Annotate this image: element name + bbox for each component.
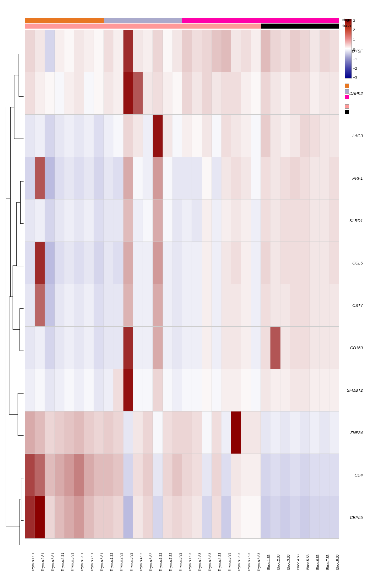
heatmap-cell-PRF1-13 bbox=[153, 157, 162, 199]
heatmap-cell-CEP55-15 bbox=[172, 496, 182, 538]
heatmap-cell-CD4-25 bbox=[270, 454, 280, 496]
heatmap-row-PRF1 bbox=[25, 157, 339, 199]
col-label-22: Thymus.7.S3 bbox=[241, 540, 251, 584]
heatmap-cell-SFMBT2-7 bbox=[94, 369, 104, 411]
heatmap-cell-KLRD1-13 bbox=[153, 199, 162, 242]
heatmap-cell-DYSF-0 bbox=[25, 30, 35, 72]
heatmap-cell-CD160-3 bbox=[55, 327, 64, 369]
heatmap-cell-CD4-29 bbox=[310, 454, 319, 496]
heatmap-cell-CEP55-5 bbox=[74, 496, 84, 538]
heatmap-cell-CST7-12 bbox=[143, 284, 153, 326]
heatmap-cell-CD160-17 bbox=[192, 327, 202, 369]
heatmap-cell-PRF1-19 bbox=[212, 157, 221, 199]
heatmap-cell-CCL5-16 bbox=[182, 242, 192, 284]
col-label-5: Thymus.6.S1 bbox=[74, 540, 84, 584]
heatmap-cell-KLRD1-15 bbox=[172, 199, 182, 242]
heatmap-cell-DAPK2-17 bbox=[192, 72, 202, 114]
heatmap-cell-SFMBT2-5 bbox=[74, 369, 84, 411]
tissue-thymus-color bbox=[345, 104, 349, 109]
heatmap-cell-ZNF34-20 bbox=[221, 411, 231, 454]
heatmap-cell-CEP55-28 bbox=[300, 496, 310, 538]
heatmap-cell-PRF1-0 bbox=[25, 157, 35, 199]
heatmap-row-wrapper-DAPK2: DAPK2 bbox=[25, 72, 339, 115]
heatmap-cell-PRF1-23 bbox=[251, 157, 261, 199]
heatmap-cell-CEP55-16 bbox=[182, 496, 192, 538]
heatmap-cell-CST7-5 bbox=[74, 284, 84, 326]
heatmap-cell-ZNF34-29 bbox=[310, 411, 319, 454]
heatmap-cell-CD160-10 bbox=[123, 327, 133, 369]
heatmap-cell-CCL5-14 bbox=[163, 242, 172, 284]
heatmap-cell-CD160-24 bbox=[261, 327, 270, 369]
heatmap-cell-ZNF34-19 bbox=[212, 411, 221, 454]
heatmap-cell-SFMBT2-0 bbox=[25, 369, 35, 411]
heatmap-cell-DYSF-15 bbox=[172, 30, 182, 72]
heatmap-cell-DYSF-14 bbox=[163, 30, 172, 72]
gene-label-ZNF34: ZNF34 bbox=[350, 430, 363, 435]
heatmap-cell-DYSF-3 bbox=[55, 30, 64, 72]
scale-tick-1: 1 bbox=[353, 38, 355, 41]
gene-label-CCL5: CCL5 bbox=[352, 261, 363, 265]
gene-label-PRF1: PRF1 bbox=[352, 176, 363, 181]
heatmap-cell-PRF1-31 bbox=[329, 157, 339, 199]
heatmap-cell-DYSF-10 bbox=[123, 30, 133, 72]
heatmap-cell-SFMBT2-2 bbox=[45, 369, 55, 411]
heatmap-cell-CEP55-8 bbox=[104, 496, 113, 538]
heatmap-cell-DYSF-29 bbox=[310, 30, 319, 72]
heatmap-cell-CD160-12 bbox=[143, 327, 153, 369]
heatmap-cell-CCL5-23 bbox=[251, 242, 261, 284]
heatmap-cell-KLRD1-6 bbox=[84, 199, 94, 242]
heatmap-row-CCL5 bbox=[25, 242, 339, 284]
heatmap-cell-CD160-9 bbox=[113, 327, 123, 369]
heatmap-cell-LAG3-11 bbox=[133, 115, 143, 157]
heatmap-cell-CD4-23 bbox=[251, 454, 261, 496]
heatmap-cell-LAG3-24 bbox=[261, 115, 270, 157]
heatmap-cell-PRF1-4 bbox=[64, 157, 74, 199]
heatmap-cell-ZNF34-17 bbox=[192, 411, 202, 454]
heatmap-cell-CST7-22 bbox=[241, 284, 251, 326]
heatmap-row-wrapper-ZNF34: ZNF34 bbox=[25, 411, 339, 454]
heatmap-row-wrapper-CST7: CST7 bbox=[25, 284, 339, 327]
legend-area: 3 2 1 0 −1 −2 −3 bbox=[345, 17, 386, 116]
heatmap-cell-CD160-23 bbox=[251, 327, 261, 369]
col-label-30: Blood.7.S3 bbox=[320, 540, 329, 584]
heatmap-cell-CEP55-24 bbox=[261, 496, 270, 538]
heatmap-cell-KLRD1-27 bbox=[290, 199, 300, 242]
col-label-19: Thymus.4.S3 bbox=[212, 540, 221, 584]
tissue-blood-color bbox=[345, 110, 349, 114]
heatmap-cell-DYSF-25 bbox=[270, 30, 280, 72]
heatmap-cell-CD160-7 bbox=[94, 327, 104, 369]
heatmap-cell-ZNF34-18 bbox=[202, 411, 212, 454]
heatmap-cell-CCL5-0 bbox=[25, 242, 35, 284]
heatmap-cell-CEP55-27 bbox=[290, 496, 300, 538]
tissue-bar-label: tissue bbox=[342, 24, 351, 27]
heatmap-cell-KLRD1-4 bbox=[64, 199, 74, 242]
heatmap-cell-CST7-8 bbox=[104, 284, 113, 326]
heatmap-cell-DAPK2-29 bbox=[310, 72, 319, 114]
heatmap-container: DYSFDAPK2LAG3PRF1KLRD1CCL5CST7CD160SFMBT… bbox=[25, 30, 339, 539]
heatmap-cell-DAPK2-10 bbox=[123, 72, 133, 114]
heatmap-cell-DAPK2-1 bbox=[35, 72, 45, 114]
heatmap-row-SFMBT2 bbox=[25, 369, 339, 411]
heatmap-cell-CST7-11 bbox=[133, 284, 143, 326]
heatmap-cell-CD4-4 bbox=[64, 454, 74, 496]
heatmap-cell-CST7-7 bbox=[94, 284, 104, 326]
heatmap-cell-ZNF34-8 bbox=[104, 411, 113, 454]
heatmap-cell-CD160-25 bbox=[270, 327, 280, 369]
heatmap-cell-LAG3-14 bbox=[163, 115, 172, 157]
heatmap-row-wrapper-LAG3: LAG3 bbox=[25, 115, 339, 157]
col-label-24: Blood.1.S3 bbox=[261, 540, 270, 584]
heatmap-cell-KLRD1-25 bbox=[270, 199, 280, 242]
heatmap-cell-CD4-19 bbox=[212, 454, 221, 496]
heatmap-cell-CST7-14 bbox=[163, 284, 172, 326]
heatmap-cell-LAG3-7 bbox=[94, 115, 104, 157]
heatmap-cell-CD4-15 bbox=[172, 454, 182, 496]
heatmap-cell-CST7-30 bbox=[320, 284, 329, 326]
stage-bar-label: stage bbox=[342, 18, 351, 22]
heatmap-row-CEP55 bbox=[25, 496, 339, 538]
heatmap-cell-LAG3-13 bbox=[153, 115, 162, 157]
heatmap-cell-SFMBT2-6 bbox=[84, 369, 94, 411]
col-label-26: Blood.3.S3 bbox=[280, 540, 290, 584]
heatmap-cell-PRF1-14 bbox=[163, 157, 172, 199]
heatmap-cell-CCL5-15 bbox=[172, 242, 182, 284]
heatmap-cell-CST7-23 bbox=[251, 284, 261, 326]
